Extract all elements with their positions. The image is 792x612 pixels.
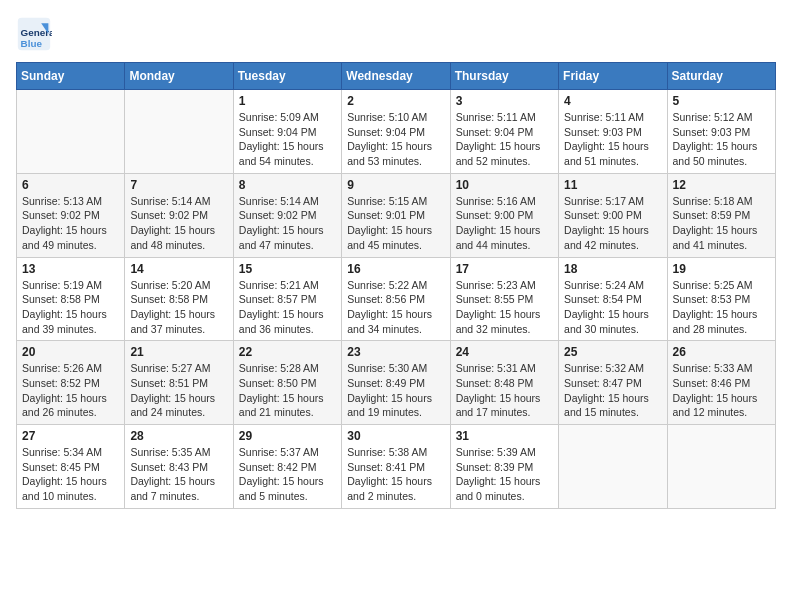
day-info: Sunrise: 5:35 AM Sunset: 8:43 PM Dayligh… <box>130 445 227 504</box>
day-number: 4 <box>564 94 661 108</box>
calendar-week-row: 1Sunrise: 5:09 AM Sunset: 9:04 PM Daylig… <box>17 90 776 174</box>
calendar-cell: 6Sunrise: 5:13 AM Sunset: 9:02 PM Daylig… <box>17 173 125 257</box>
calendar-cell <box>17 90 125 174</box>
calendar-cell: 1Sunrise: 5:09 AM Sunset: 9:04 PM Daylig… <box>233 90 341 174</box>
day-number: 11 <box>564 178 661 192</box>
weekday-header-sunday: Sunday <box>17 63 125 90</box>
logo-icon: General Blue <box>16 16 52 52</box>
weekday-header-thursday: Thursday <box>450 63 558 90</box>
calendar-cell: 7Sunrise: 5:14 AM Sunset: 9:02 PM Daylig… <box>125 173 233 257</box>
day-number: 5 <box>673 94 770 108</box>
day-info: Sunrise: 5:26 AM Sunset: 8:52 PM Dayligh… <box>22 361 119 420</box>
day-info: Sunrise: 5:37 AM Sunset: 8:42 PM Dayligh… <box>239 445 336 504</box>
page-header: General Blue <box>16 16 776 52</box>
day-number: 6 <box>22 178 119 192</box>
calendar-cell <box>125 90 233 174</box>
day-info: Sunrise: 5:31 AM Sunset: 8:48 PM Dayligh… <box>456 361 553 420</box>
calendar-cell: 9Sunrise: 5:15 AM Sunset: 9:01 PM Daylig… <box>342 173 450 257</box>
day-number: 28 <box>130 429 227 443</box>
day-number: 3 <box>456 94 553 108</box>
calendar-cell: 13Sunrise: 5:19 AM Sunset: 8:58 PM Dayli… <box>17 257 125 341</box>
calendar-cell: 5Sunrise: 5:12 AM Sunset: 9:03 PM Daylig… <box>667 90 775 174</box>
calendar-table: SundayMondayTuesdayWednesdayThursdayFrid… <box>16 62 776 509</box>
day-number: 14 <box>130 262 227 276</box>
day-number: 19 <box>673 262 770 276</box>
calendar-cell: 22Sunrise: 5:28 AM Sunset: 8:50 PM Dayli… <box>233 341 341 425</box>
calendar-cell: 24Sunrise: 5:31 AM Sunset: 8:48 PM Dayli… <box>450 341 558 425</box>
day-info: Sunrise: 5:22 AM Sunset: 8:56 PM Dayligh… <box>347 278 444 337</box>
day-info: Sunrise: 5:38 AM Sunset: 8:41 PM Dayligh… <box>347 445 444 504</box>
day-info: Sunrise: 5:12 AM Sunset: 9:03 PM Dayligh… <box>673 110 770 169</box>
calendar-cell: 31Sunrise: 5:39 AM Sunset: 8:39 PM Dayli… <box>450 425 558 509</box>
day-info: Sunrise: 5:30 AM Sunset: 8:49 PM Dayligh… <box>347 361 444 420</box>
calendar-cell: 18Sunrise: 5:24 AM Sunset: 8:54 PM Dayli… <box>559 257 667 341</box>
day-number: 25 <box>564 345 661 359</box>
day-info: Sunrise: 5:14 AM Sunset: 9:02 PM Dayligh… <box>130 194 227 253</box>
day-info: Sunrise: 5:15 AM Sunset: 9:01 PM Dayligh… <box>347 194 444 253</box>
day-info: Sunrise: 5:21 AM Sunset: 8:57 PM Dayligh… <box>239 278 336 337</box>
calendar-cell: 27Sunrise: 5:34 AM Sunset: 8:45 PM Dayli… <box>17 425 125 509</box>
calendar-cell: 14Sunrise: 5:20 AM Sunset: 8:58 PM Dayli… <box>125 257 233 341</box>
weekday-header-friday: Friday <box>559 63 667 90</box>
calendar-cell: 8Sunrise: 5:14 AM Sunset: 9:02 PM Daylig… <box>233 173 341 257</box>
calendar-cell: 23Sunrise: 5:30 AM Sunset: 8:49 PM Dayli… <box>342 341 450 425</box>
day-number: 7 <box>130 178 227 192</box>
calendar-cell: 3Sunrise: 5:11 AM Sunset: 9:04 PM Daylig… <box>450 90 558 174</box>
day-info: Sunrise: 5:11 AM Sunset: 9:04 PM Dayligh… <box>456 110 553 169</box>
day-info: Sunrise: 5:09 AM Sunset: 9:04 PM Dayligh… <box>239 110 336 169</box>
day-info: Sunrise: 5:18 AM Sunset: 8:59 PM Dayligh… <box>673 194 770 253</box>
calendar-cell: 4Sunrise: 5:11 AM Sunset: 9:03 PM Daylig… <box>559 90 667 174</box>
day-number: 27 <box>22 429 119 443</box>
calendar-cell: 10Sunrise: 5:16 AM Sunset: 9:00 PM Dayli… <box>450 173 558 257</box>
calendar-cell: 2Sunrise: 5:10 AM Sunset: 9:04 PM Daylig… <box>342 90 450 174</box>
calendar-week-row: 27Sunrise: 5:34 AM Sunset: 8:45 PM Dayli… <box>17 425 776 509</box>
calendar-cell: 30Sunrise: 5:38 AM Sunset: 8:41 PM Dayli… <box>342 425 450 509</box>
calendar-cell: 28Sunrise: 5:35 AM Sunset: 8:43 PM Dayli… <box>125 425 233 509</box>
calendar-cell: 16Sunrise: 5:22 AM Sunset: 8:56 PM Dayli… <box>342 257 450 341</box>
day-number: 17 <box>456 262 553 276</box>
calendar-cell: 15Sunrise: 5:21 AM Sunset: 8:57 PM Dayli… <box>233 257 341 341</box>
day-number: 26 <box>673 345 770 359</box>
day-info: Sunrise: 5:20 AM Sunset: 8:58 PM Dayligh… <box>130 278 227 337</box>
calendar-cell: 12Sunrise: 5:18 AM Sunset: 8:59 PM Dayli… <box>667 173 775 257</box>
day-number: 2 <box>347 94 444 108</box>
day-number: 20 <box>22 345 119 359</box>
day-number: 13 <box>22 262 119 276</box>
calendar-cell: 29Sunrise: 5:37 AM Sunset: 8:42 PM Dayli… <box>233 425 341 509</box>
day-number: 21 <box>130 345 227 359</box>
day-info: Sunrise: 5:16 AM Sunset: 9:00 PM Dayligh… <box>456 194 553 253</box>
day-number: 23 <box>347 345 444 359</box>
calendar-cell: 17Sunrise: 5:23 AM Sunset: 8:55 PM Dayli… <box>450 257 558 341</box>
day-number: 10 <box>456 178 553 192</box>
calendar-header-row: SundayMondayTuesdayWednesdayThursdayFrid… <box>17 63 776 90</box>
day-info: Sunrise: 5:24 AM Sunset: 8:54 PM Dayligh… <box>564 278 661 337</box>
calendar-week-row: 13Sunrise: 5:19 AM Sunset: 8:58 PM Dayli… <box>17 257 776 341</box>
day-number: 24 <box>456 345 553 359</box>
day-number: 1 <box>239 94 336 108</box>
weekday-header-wednesday: Wednesday <box>342 63 450 90</box>
svg-text:Blue: Blue <box>21 38 43 49</box>
calendar-cell <box>667 425 775 509</box>
day-info: Sunrise: 5:28 AM Sunset: 8:50 PM Dayligh… <box>239 361 336 420</box>
day-number: 9 <box>347 178 444 192</box>
calendar-cell: 11Sunrise: 5:17 AM Sunset: 9:00 PM Dayli… <box>559 173 667 257</box>
calendar-cell: 25Sunrise: 5:32 AM Sunset: 8:47 PM Dayli… <box>559 341 667 425</box>
calendar-cell: 20Sunrise: 5:26 AM Sunset: 8:52 PM Dayli… <box>17 341 125 425</box>
calendar-cell: 26Sunrise: 5:33 AM Sunset: 8:46 PM Dayli… <box>667 341 775 425</box>
logo: General Blue <box>16 16 56 52</box>
day-info: Sunrise: 5:13 AM Sunset: 9:02 PM Dayligh… <box>22 194 119 253</box>
day-number: 15 <box>239 262 336 276</box>
calendar-cell: 21Sunrise: 5:27 AM Sunset: 8:51 PM Dayli… <box>125 341 233 425</box>
day-number: 22 <box>239 345 336 359</box>
weekday-header-monday: Monday <box>125 63 233 90</box>
calendar-week-row: 6Sunrise: 5:13 AM Sunset: 9:02 PM Daylig… <box>17 173 776 257</box>
day-number: 30 <box>347 429 444 443</box>
day-info: Sunrise: 5:14 AM Sunset: 9:02 PM Dayligh… <box>239 194 336 253</box>
day-info: Sunrise: 5:27 AM Sunset: 8:51 PM Dayligh… <box>130 361 227 420</box>
day-info: Sunrise: 5:23 AM Sunset: 8:55 PM Dayligh… <box>456 278 553 337</box>
day-number: 12 <box>673 178 770 192</box>
day-number: 31 <box>456 429 553 443</box>
day-info: Sunrise: 5:32 AM Sunset: 8:47 PM Dayligh… <box>564 361 661 420</box>
day-number: 8 <box>239 178 336 192</box>
weekday-header-tuesday: Tuesday <box>233 63 341 90</box>
